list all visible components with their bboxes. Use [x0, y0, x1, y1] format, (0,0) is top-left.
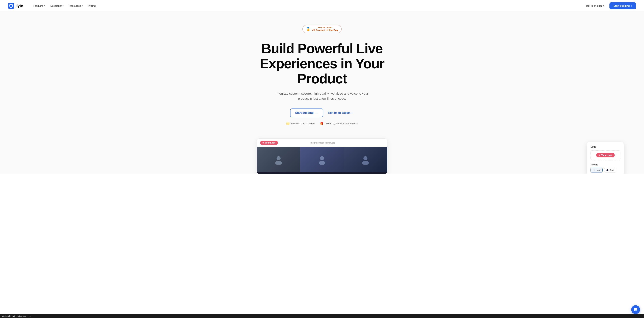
talk-to-expert-button[interactable]: Talk to an expert — [583, 3, 607, 8]
product-hunt-badge: 🏅 PRODUCT HUNT #1 Product of the Day — [302, 25, 342, 33]
customizer-logo-preview: Your Logo — [590, 150, 620, 160]
demo-video-panel: Your Logo Integrate video in minutes — [256, 139, 388, 174]
chevron-right-icon: › — [352, 111, 352, 115]
light-theme-dot — [593, 169, 595, 171]
customizer-panel: Logo Your Logo Theme Light Dark — [587, 142, 624, 174]
video-cell-1 — [257, 147, 300, 172]
svg-point-6 — [362, 161, 369, 164]
face-silhouette-2 — [317, 155, 327, 164]
arrow-right-icon: → — [315, 111, 318, 115]
theme-dark-button[interactable]: Dark — [604, 168, 616, 172]
chevron-down-icon: ▾ — [44, 5, 45, 7]
chevron-down-icon: ▾ — [62, 5, 64, 7]
face-silhouette-3 — [360, 155, 370, 164]
video-cell-2 — [300, 147, 344, 172]
customizer-theme-title: Theme — [590, 163, 620, 166]
participant-video-2 — [300, 147, 344, 172]
logo-text: dyte — [16, 4, 23, 8]
demo-video-grid — [257, 147, 387, 174]
svg-point-5 — [364, 156, 368, 160]
dark-theme-dot — [606, 169, 608, 171]
svg-point-1 — [276, 156, 280, 160]
svg-point-4 — [319, 161, 325, 164]
credit-card-icon: 💳 — [286, 122, 290, 125]
customizer-logo-dot — [599, 155, 600, 156]
customizer-logo-title: Logo — [590, 145, 620, 148]
hero-subtitle: Integrate custom, secure, high-quality l… — [275, 91, 369, 101]
participant-video-3 — [344, 147, 387, 172]
logo-link[interactable]: dyte — [8, 3, 23, 9]
demo-topbar-title: Integrate video in minutes — [310, 142, 335, 144]
hero-perks: 💳 No credit card required 🎁 FREE 10,000 … — [286, 122, 358, 125]
demo-topbar: Your Logo Integrate video in minutes — [257, 139, 387, 147]
chevron-down-icon: ▾ — [82, 5, 83, 7]
perk-free-minutes: 🎁 FREE 10,000 mins every month — [320, 122, 358, 125]
arrow-right-icon: › — [631, 4, 632, 7]
start-building-button[interactable]: Start building › — [610, 2, 636, 9]
logo-icon — [8, 3, 14, 9]
nav-item-pricing[interactable]: Pricing — [86, 3, 98, 8]
medal-icon: 🏅 — [306, 27, 310, 31]
theme-light-button[interactable]: Light — [590, 168, 602, 172]
face-silhouette-1 — [274, 155, 284, 164]
product-hunt-label: PRODUCT HUNT — [312, 27, 338, 29]
nav-links: Products ▾ Developer ▾ Resources ▾ Prici… — [31, 3, 583, 8]
hero-talk-to-expert-button[interactable]: Talk to an expert › — [326, 109, 354, 117]
customizer-logo-pill: Your Logo — [596, 153, 615, 158]
hero-title: Build Powerful Live Experiences in Your … — [246, 41, 398, 86]
hero-section: 🏅 PRODUCT HUNT #1 Product of the Day Bui… — [0, 12, 644, 132]
gift-icon: 🎁 — [320, 122, 323, 125]
participant-video-1 — [257, 147, 300, 172]
nav-item-developer[interactable]: Developer ▾ — [48, 3, 66, 8]
video-cell-3 — [344, 147, 387, 172]
nav-item-products[interactable]: Products ▾ — [31, 3, 47, 8]
demo-section: Your Logo Integrate video in minutes — [0, 132, 644, 174]
hero-cta-group: Start building → Talk to an expert › — [290, 109, 354, 117]
product-hunt-rank: #1 Product of the Day — [312, 29, 338, 31]
nav-actions: Talk to an expert Start building › — [583, 2, 636, 9]
perk-no-credit-card: 💳 No credit card required — [286, 122, 314, 125]
hero-start-building-button[interactable]: Start building → — [290, 109, 323, 117]
svg-point-2 — [275, 161, 282, 164]
demo-logo-pill: Your Logo — [260, 141, 278, 145]
svg-point-3 — [320, 156, 324, 160]
nav-item-resources[interactable]: Resources ▾ — [66, 3, 85, 8]
theme-options: Light Dark — [590, 168, 620, 172]
navbar: dyte Products ▾ Developer ▾ Resources ▾ … — [0, 0, 644, 12]
logo-dot — [262, 142, 264, 144]
